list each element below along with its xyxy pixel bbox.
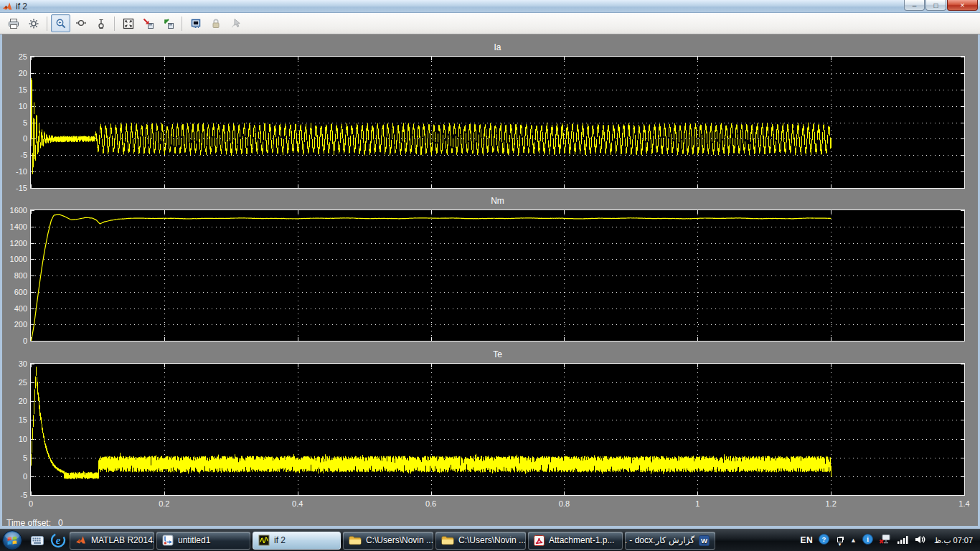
system-tray: EN ? ▾ ▲ i 07:07 ب.ظ (800, 534, 978, 547)
taskbar-button-word[interactable]: W گزارش کار.docx - ... (625, 532, 715, 550)
print-button[interactable] (4, 14, 23, 32)
floating-scope-icon (190, 18, 202, 29)
taskbar-button-label: C:\Users\Novin ... (366, 535, 433, 545)
show-hidden-icons[interactable]: ▲ (850, 537, 857, 544)
pdf-icon (534, 535, 545, 546)
y-tick-label: 5 (2, 118, 27, 128)
simulink-icon (162, 534, 174, 546)
restore-axes-icon (163, 18, 174, 29)
y-tick-label: 600 (2, 288, 27, 297)
y-tick-label: 20 (2, 397, 27, 406)
svg-text:W: W (701, 537, 707, 545)
scope-plot-area: Ia Nm Te Time offset:0 -15-10-5051015202… (0, 34, 980, 529)
signal-strength-icon[interactable] (897, 534, 908, 547)
start-button[interactable] (1, 529, 23, 551)
taskbar-button-if2[interactable]: if 2 (253, 532, 341, 550)
taskbar-button-explorer-1[interactable]: C:\Users\Novin ... (343, 532, 433, 550)
toolbar-separator (47, 17, 47, 31)
time-offset-label: Time offset: (6, 518, 51, 528)
time-offset-value: 0 (58, 518, 63, 528)
y-tick-label: -15 (2, 184, 27, 193)
lock-axes-button[interactable] (206, 14, 225, 32)
volume-icon[interactable] (914, 534, 926, 547)
y-tick-label: 25 (2, 378, 27, 387)
signal-cursor-icon (230, 18, 242, 29)
language-bar-restore-icon[interactable]: ▾ (835, 535, 844, 546)
zoom-y-button[interactable] (91, 14, 110, 32)
info-icon[interactable]: i (862, 534, 873, 547)
plot-ia-canvas[interactable] (31, 57, 964, 188)
y-tick-label: -10 (2, 167, 27, 176)
folder-icon (349, 535, 362, 545)
plot-te-canvas[interactable] (31, 364, 964, 495)
restore-axes-button[interactable] (159, 14, 178, 32)
y-tick-label: 25 (2, 52, 27, 62)
y-tick-label: 200 (2, 320, 27, 329)
x-tick-label: 1.2 (815, 499, 847, 509)
taskbar-button-label: if 2 (274, 535, 286, 545)
y-tick-label: 1600 (2, 206, 27, 215)
plot-nm-canvas[interactable] (31, 210, 964, 341)
y-tick-label: 1200 (2, 239, 27, 248)
windows-logo-icon (1, 529, 23, 551)
y-tick-label: 800 (2, 271, 27, 281)
taskbar-button-untitled1[interactable]: untitled1 (156, 532, 250, 550)
maximize-button[interactable]: □ (925, 0, 946, 11)
svg-text:e: e (56, 534, 61, 546)
plot-title-nm: Nm (30, 196, 965, 206)
language-indicator[interactable]: EN (800, 535, 813, 545)
close-button[interactable]: × (947, 0, 978, 11)
x-tick-label: 1 (682, 499, 713, 509)
toolbar-separator (182, 17, 182, 31)
y-tick-label: -5 (2, 491, 27, 500)
x-tick-label: 0.6 (415, 499, 447, 509)
x-tick-label: 0.8 (548, 499, 580, 509)
language-keyboard-icon[interactable] (28, 531, 47, 550)
folder-icon (441, 535, 454, 545)
y-tick-label: 0 (2, 134, 27, 143)
y-tick-label: 0 (2, 336, 27, 346)
taskbar-button-label: C:\Users\Novin ... (458, 535, 526, 545)
y-tick-label: 15 (2, 415, 27, 425)
y-tick-label: 15 (2, 85, 27, 95)
internet-explorer-icon[interactable]: e (49, 531, 67, 550)
plot-ia (30, 56, 965, 189)
y-tick-label: 10 (2, 102, 27, 111)
y-tick-label: -5 (2, 151, 27, 160)
window-controls: – □ × (904, 0, 978, 11)
scope-icon (258, 534, 270, 546)
taskbar-button-label: گزارش کار.docx - ... (625, 535, 694, 545)
signal-selection-button[interactable] (226, 14, 245, 32)
y-tick-label: 5 (2, 453, 27, 463)
taskbar-button-explorer-2[interactable]: C:\Users\Novin ... (435, 532, 526, 550)
save-axes-button[interactable] (138, 14, 158, 32)
plot-nm (30, 209, 965, 342)
parameters-button[interactable] (24, 14, 43, 32)
taskbar-clock[interactable]: 07:07 ب.ظ (932, 536, 975, 545)
titlebar[interactable]: if 2 – □ × (0, 0, 980, 13)
floating-scope-button[interactable] (186, 14, 205, 32)
zoom-x-icon (75, 18, 87, 29)
y-tick-label: 0 (2, 472, 27, 481)
x-tick-label: 0.4 (282, 499, 314, 509)
save-axes-icon (143, 18, 154, 29)
zoom-x-button[interactable] (71, 14, 90, 32)
help-icon[interactable]: ? (819, 534, 829, 547)
scope-toolbar (0, 13, 980, 34)
printer-icon (8, 18, 19, 29)
minimize-button[interactable]: – (904, 0, 925, 11)
taskbar-button-pdf[interactable]: Attachment-1.p... (528, 532, 623, 550)
time-offset: Time offset:0 (6, 518, 63, 528)
plot-te (30, 363, 965, 496)
svg-text:i: i (867, 536, 869, 543)
x-tick-label: 0.2 (149, 499, 180, 509)
autoscale-button[interactable] (118, 14, 138, 32)
zoom-button[interactable] (51, 14, 70, 32)
x-tick-label: 1.4 (948, 499, 980, 509)
y-tick-label: 1400 (2, 222, 27, 232)
taskbar-button-matlab[interactable]: MATLAB R2014a (70, 532, 154, 550)
y-tick-label: 1000 (2, 255, 27, 264)
network-error-icon[interactable] (879, 534, 891, 547)
matlab-scope-icon (2, 1, 12, 11)
window-title: if 2 (16, 1, 27, 11)
